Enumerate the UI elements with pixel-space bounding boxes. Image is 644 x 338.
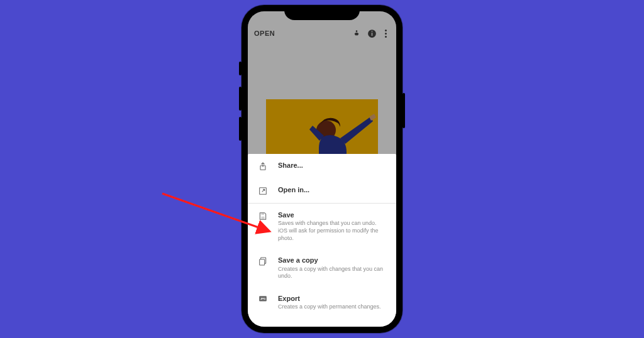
svg-rect-9: [261, 217, 264, 219]
volume-up: [239, 87, 242, 111]
save-copy-label: Save a copy: [278, 256, 387, 264]
open-in-row[interactable]: Open in...: [248, 178, 396, 203]
export-label: Export: [278, 294, 387, 303]
export-sub: Creates a copy with permanent changes.: [278, 303, 387, 311]
svg-rect-8: [261, 213, 264, 215]
app: OPEN: [248, 11, 396, 327]
silence-switch: [239, 62, 242, 75]
notch: [284, 5, 360, 20]
screen: OPEN: [248, 11, 396, 327]
export-row[interactable]: JPG Export Creates a copy with permanent…: [248, 287, 396, 318]
share-icon: [257, 161, 269, 172]
save-copy-row[interactable]: Save a copy Creates a copy with changes …: [248, 249, 396, 287]
save-copy-sub: Creates a copy with changes that you can…: [278, 266, 387, 280]
export-icon: JPG: [257, 295, 269, 303]
save-copy-icon: [257, 256, 269, 266]
phone-frame: OPEN: [242, 5, 402, 333]
export-sheet: Share... Open in...: [248, 154, 396, 327]
share-label: Share...: [278, 161, 387, 170]
svg-rect-11: [260, 259, 265, 265]
save-label: Save: [278, 210, 387, 219]
svg-text:JPG: JPG: [260, 297, 265, 300]
open-in-icon: [257, 186, 269, 196]
open-in-label: Open in...: [278, 185, 387, 194]
share-row[interactable]: Share...: [248, 154, 396, 178]
save-sub: Saves with changes that you can undo. iO…: [278, 220, 387, 242]
home-indicator[interactable]: [292, 327, 352, 329]
stage: OPEN: [0, 0, 644, 338]
save-icon: [257, 211, 269, 221]
power-button: [402, 93, 405, 128]
volume-down: [239, 117, 242, 141]
save-row[interactable]: Save Saves with changes that you can und…: [248, 204, 396, 249]
